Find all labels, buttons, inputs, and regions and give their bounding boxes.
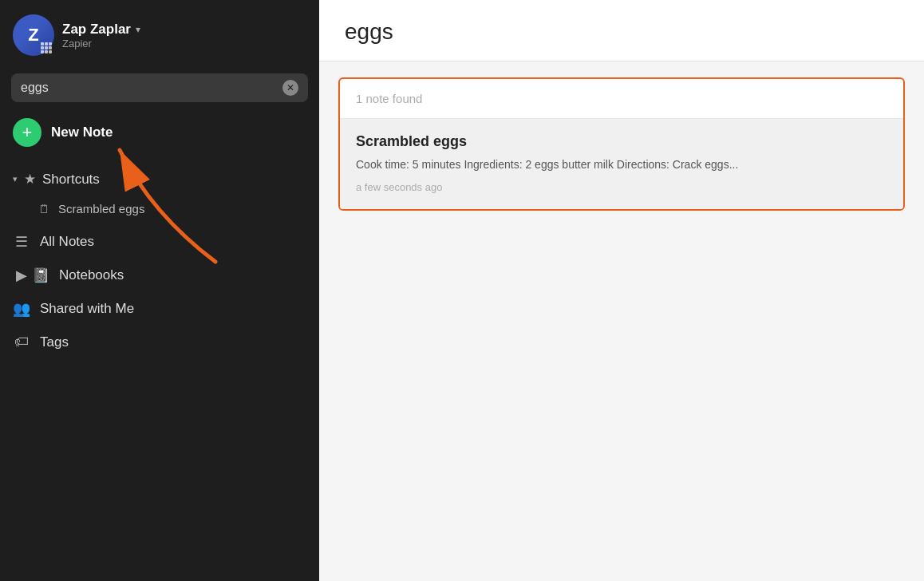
new-note-plus-icon: + (13, 118, 41, 147)
shared-icon: 👥 (13, 300, 30, 318)
avatar-letter: Z (28, 26, 38, 44)
note-title: Scrambled eggs (356, 133, 887, 150)
all-notes-icon: ☰ (13, 233, 30, 251)
note-preview: Cook time: 5 minutes Ingredients: 2 eggs… (356, 156, 887, 173)
search-container: ✕ (0, 67, 319, 112)
shortcuts-chevron-icon: ▾ (13, 174, 18, 184)
search-box: ✕ (11, 73, 308, 102)
sidebar-item-all-notes[interactable]: ☰ All Notes (0, 225, 319, 259)
sidebar-header: Z Zap Zaplar ▾ Zapier (0, 0, 319, 67)
results-count: 1 note found (340, 79, 903, 119)
avatar[interactable]: Z (13, 14, 54, 56)
avatar-grid-icon (41, 42, 52, 53)
new-note-button[interactable]: + New Note (0, 112, 319, 160)
user-org: Zapier (62, 38, 140, 49)
note-child-icon: 🗒 (38, 202, 50, 215)
user-dropdown-chevron: ▾ (136, 24, 140, 35)
search-clear-button[interactable]: ✕ (282, 80, 298, 96)
shortcuts-section: ▾ ★ Shortcuts 🗒 Scrambled eggs (0, 160, 319, 225)
shortcuts-header[interactable]: ▾ ★ Shortcuts (0, 163, 319, 196)
search-input[interactable] (21, 81, 276, 95)
shortcuts-label: Shortcuts (42, 172, 100, 188)
user-name-row[interactable]: Zap Zaplar ▾ (62, 22, 140, 38)
tags-label: Tags (40, 334, 69, 350)
user-name: Zap Zaplar (62, 22, 131, 38)
shortcuts-child-item[interactable]: 🗒 Scrambled eggs (0, 196, 319, 222)
sidebar-item-notebooks[interactable]: ▶ 📓 Notebooks (0, 259, 319, 292)
main-body: 1 note found Scrambled eggs Cook time: 5… (319, 61, 924, 581)
sidebar: Z Zap Zaplar ▾ Zapier ✕ + New (0, 0, 319, 581)
notebooks-label: Notebooks (59, 267, 124, 283)
new-note-label: New Note (51, 125, 113, 140)
notebooks-icon: 📓 (32, 267, 49, 284)
clear-icon: ✕ (286, 82, 294, 93)
search-results-box: 1 note found Scrambled eggs Cook time: 5… (338, 77, 905, 211)
tags-icon: 🏷 (13, 334, 30, 350)
all-notes-label: All Notes (40, 234, 94, 250)
main-content: eggs 1 note found Scrambled eggs Cook ti… (319, 0, 924, 581)
shared-label: Shared with Me (40, 301, 134, 317)
main-title: eggs (345, 19, 898, 45)
note-card[interactable]: Scrambled eggs Cook time: 5 minutes Ingr… (340, 119, 903, 209)
notebooks-chevron-icon: ▶ (13, 267, 30, 284)
shortcuts-star-icon: ★ (24, 171, 36, 188)
user-info: Zap Zaplar ▾ Zapier (62, 22, 140, 49)
sidebar-item-tags[interactable]: 🏷 Tags (0, 326, 319, 358)
shortcuts-child-label: Scrambled eggs (58, 202, 144, 215)
sidebar-item-shared[interactable]: 👥 Shared with Me (0, 292, 319, 326)
note-time: a few seconds ago (356, 181, 887, 193)
main-header: eggs (319, 0, 924, 61)
